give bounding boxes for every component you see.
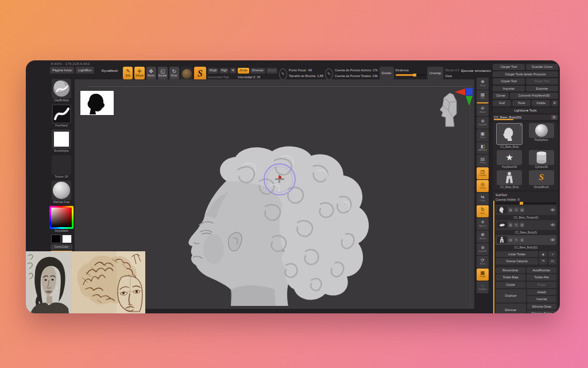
delete-all-button[interactable]: Eliminar Todas (527, 310, 556, 313)
subtool-mask-icon[interactable]: ▨ (520, 208, 524, 212)
actual-size-icon[interactable]: ▣Real (477, 129, 489, 141)
rotate-button[interactable]: ↻ Rotar (169, 67, 179, 79)
subtool-row[interactable]: ▧ ✎ ▨ (496, 220, 556, 230)
lightbox-button[interactable]: LightBox (76, 67, 94, 74)
tool-thumb-body2[interactable]: CC_Base_Body (494, 170, 525, 189)
visibility-eye-icon[interactable] (550, 223, 555, 227)
rgb-button[interactable]: Rgb (219, 68, 229, 74)
current-brush-preview[interactable] (181, 67, 192, 80)
clone-button[interactable]: Clonar (493, 93, 509, 99)
copy-button[interactable]: Copiar (496, 282, 525, 288)
morph-uv-button[interactable]: Morph UV (445, 68, 459, 72)
list-all-button[interactable]: Listar Todas (496, 251, 538, 258)
rotate-3d-icon[interactable]: ⟳Rotar (477, 256, 489, 268)
brush-selector[interactable] (52, 79, 71, 98)
displace-icon[interactable]: ◌Desplaz (477, 281, 489, 293)
folder-icon[interactable]: ▭ (548, 258, 556, 264)
switch-color-button[interactable]: ConmColor (51, 244, 72, 250)
load-tool-button[interactable]: Cargar Tool (493, 64, 525, 70)
zoom-doc-icon[interactable]: ⊕Zoom3D (477, 117, 489, 129)
save-as-button[interactable]: Guardar Como (526, 64, 558, 70)
import-button[interactable]: Importar (493, 86, 525, 92)
all-high-button[interactable]: Todas Alta (527, 274, 556, 281)
aahalf-icon[interactable]: ◧AAMitad (477, 142, 489, 154)
primary-color-swatch[interactable] (51, 235, 61, 243)
r-button[interactable]: R (551, 100, 558, 106)
rename-button[interactable]: Renombrar (496, 267, 525, 274)
dynamic-slider[interactable] (396, 74, 425, 76)
zoom-3d-icon[interactable]: ⊕Zoom3D (477, 243, 489, 255)
paste-button[interactable]: Pegar (527, 282, 556, 288)
move-doc-icon[interactable]: ✣Mover (477, 104, 489, 116)
active-tool-r-button[interactable]: R (551, 115, 557, 120)
unwrap-button[interactable]: Unwrap (427, 67, 444, 79)
subtool-row[interactable]: ▧ ✎ ▨ (496, 205, 556, 215)
draw-button[interactable]: ✛ Dibujar (134, 67, 144, 79)
copy-tool-button[interactable]: Copiar Tool (493, 78, 525, 85)
new-folder-button[interactable]: Nueva Carpeta (496, 258, 538, 264)
zbrush-logo-icon[interactable]: S (194, 67, 206, 80)
material-selector[interactable] (52, 181, 71, 200)
rgb-intensity-slider[interactable]: Intensidad Rgb (208, 75, 236, 79)
divide-button[interactable]: Divide (380, 67, 394, 79)
subtool-mask-icon[interactable]: ▨ (520, 223, 524, 227)
tool-thumb-polymesh3d[interactable]: ★ PolyMesh3D (494, 150, 525, 168)
make-polymesh3d-button[interactable]: Convertir PolyMesh3D (510, 93, 558, 99)
export-button[interactable]: Exportar (526, 86, 558, 92)
z-intensity-slider[interactable]: Intensidad Z: 25 (238, 75, 277, 79)
color-picker[interactable] (49, 206, 74, 229)
lsym-icon[interactable]: ⇆L.Sim (477, 193, 489, 205)
move-button[interactable]: ✥ Mover (146, 67, 156, 79)
secondary-color-swatch[interactable] (62, 235, 72, 243)
visibility-eye-icon[interactable] (550, 238, 555, 241)
goz-button[interactable]: GoZ (493, 100, 511, 106)
load-tools-from-project-button[interactable]: Cargar Tools desde Proyecto (493, 71, 558, 78)
subtool-row-selected[interactable]: ▧ ✎ ▨ (496, 235, 556, 245)
tools-button[interactable]: Tools (512, 100, 531, 106)
axis-gizmo[interactable] (454, 86, 474, 107)
alpha-selector[interactable] (52, 129, 71, 149)
scale-button[interactable]: ◱ Escalar (158, 67, 168, 79)
tool-thumb-polysphere[interactable]: PolySphere (527, 123, 557, 148)
zsub-button[interactable]: Zmenos (250, 68, 265, 74)
move-up-icon[interactable]: ▲ (539, 251, 547, 258)
all-low-button[interactable]: Todas Baja (496, 274, 525, 281)
duplicate-button[interactable]: Duplicar (496, 289, 526, 302)
subtool-paint-icon[interactable]: ▧ (508, 208, 513, 212)
delete-button[interactable]: Eliminar (496, 304, 526, 313)
visibility-eye-icon[interactable] (550, 208, 555, 212)
polyframe-icon[interactable]: ▩PolyF (477, 269, 489, 281)
move-3d-icon[interactable]: ✥Mover (477, 231, 489, 243)
subtool-header[interactable]: SubTool (496, 193, 556, 197)
subtool-paint-icon[interactable]: ▧ (508, 223, 513, 227)
paste-tool-button[interactable]: Pegar Tool (526, 78, 558, 85)
m-button[interactable]: M (230, 68, 236, 74)
sync-icon[interactable]: ↻Sinc (477, 205, 489, 217)
subtool-paint-icon[interactable]: ▧ (508, 237, 513, 242)
active-tool-slider[interactable] (494, 119, 513, 120)
autoreorder-button[interactable]: AutoReorder (527, 267, 556, 274)
focal-shift-slider[interactable]: Punto Focal: -66 (289, 68, 323, 72)
draw-size-slider[interactable]: Tamaño de Brocha: 1.88 (289, 74, 323, 78)
home-page-button[interactable]: Página Inicio (50, 67, 74, 74)
scroll-icon[interactable]: ✥Scroll (477, 78, 489, 90)
append-button[interactable]: Añadir (527, 289, 556, 296)
add-subtool-icon[interactable]: ＋ (548, 251, 556, 258)
zcut-button[interactable]: Zsust (266, 68, 277, 74)
visible-count-slider[interactable]: Cuenta Visible: 9 (496, 198, 556, 204)
edit-button[interactable]: ✎ Edit (123, 67, 133, 79)
subtool-brush-icon[interactable]: ✎ (514, 208, 519, 212)
local-icon[interactable]: ◎Local (477, 180, 489, 192)
lightbox-tools-header[interactable]: Lightbox►Tools (493, 108, 558, 113)
delete-others-button[interactable]: Elimina Otras (527, 304, 556, 310)
texture-selector[interactable] (52, 155, 71, 175)
run-simulation-button[interactable]: Ejecutar simulación (461, 67, 491, 72)
tool-thumb-simplebrush[interactable]: S SimpleBrush (527, 170, 557, 189)
active-tool-bar[interactable]: CC_Base_Body001 R (493, 114, 558, 120)
fit-icon[interactable]: ✛Ajustar (477, 218, 489, 230)
zoom-slider[interactable] (489, 205, 491, 237)
zadd-button[interactable]: Zmás (238, 68, 249, 74)
subtool-mask-icon[interactable]: ▨ (520, 237, 524, 242)
stroke-selector[interactable] (52, 104, 71, 124)
mrgb-button[interactable]: Mrgb (208, 68, 219, 74)
